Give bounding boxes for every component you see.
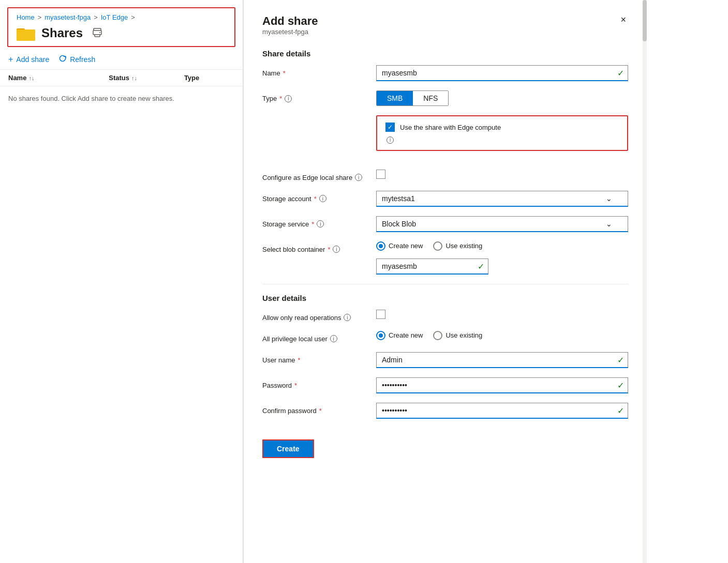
name-input-wrapper: ✓	[376, 65, 628, 81]
breadcrumb-sep2: >	[94, 13, 98, 21]
blob-container-input[interactable]	[376, 258, 488, 275]
username-control: ✓	[376, 352, 628, 368]
svg-point-6	[99, 32, 100, 33]
nfs-toggle[interactable]: NFS	[413, 91, 448, 105]
edge-compute-checkbox[interactable]: ✓	[385, 123, 395, 132]
use-existing-radio-label: Use existing	[445, 242, 482, 250]
storage-account-dropdown[interactable]: mytestsa1 ⌄	[376, 191, 628, 207]
type-info-icon[interactable]: i	[285, 95, 292, 102]
add-icon: +	[8, 55, 13, 64]
edge-compute-row: ✓ Use the share with Edge compute i	[262, 115, 628, 160]
refresh-icon	[58, 54, 67, 64]
breadcrumb-section[interactable]: IoT Edge	[101, 13, 128, 21]
col-name-label: Name	[8, 74, 26, 82]
refresh-button[interactable]: Refresh	[58, 54, 95, 64]
storage-service-required: *	[311, 220, 314, 228]
breadcrumb-sep3: >	[131, 13, 135, 21]
blob-container-input-wrapper: ✓	[376, 258, 488, 275]
storage-account-info-icon[interactable]: i	[319, 195, 326, 202]
type-toggle-group: SMB NFS	[376, 90, 449, 106]
username-input-wrapper: ✓	[376, 352, 628, 368]
local-user-create-new-label: Create new	[389, 331, 423, 339]
read-ops-row: Allow only read operations i	[262, 310, 628, 322]
confirm-password-label: Confirm password *	[262, 403, 376, 415]
password-input[interactable]	[376, 377, 628, 393]
local-user-use-existing-label: Use existing	[445, 331, 482, 339]
read-ops-info-icon[interactable]: i	[344, 314, 351, 321]
create-button[interactable]: Create	[262, 439, 314, 458]
storage-service-chevron: ⌄	[606, 220, 612, 228]
blob-container-check-icon: ✓	[478, 262, 484, 271]
name-field-row: Name * ✓	[262, 65, 628, 81]
confirm-password-check-icon: ✓	[617, 406, 624, 416]
name-check-icon: ✓	[617, 68, 624, 78]
username-check-icon: ✓	[617, 355, 624, 365]
blob-container-info-icon[interactable]: i	[333, 246, 340, 253]
local-user-info-icon[interactable]: i	[330, 335, 337, 342]
print-icon[interactable]	[92, 28, 102, 39]
edge-local-control	[376, 170, 628, 179]
breadcrumb-sep1: >	[38, 13, 42, 21]
username-input[interactable]	[376, 352, 628, 368]
use-existing-radio[interactable]: Use existing	[433, 241, 482, 251]
local-user-radio-group: Create new Use existing	[376, 331, 628, 340]
edge-compute-info-icon[interactable]: i	[387, 136, 394, 144]
edge-local-checkbox[interactable]	[376, 170, 385, 179]
drawer-title: Add share	[262, 14, 318, 28]
storage-service-value: Block Blob	[382, 220, 416, 228]
type-field-row: Type * i SMB NFS	[262, 90, 628, 106]
read-ops-label: Allow only read operations i	[262, 310, 376, 322]
name-sort-icon[interactable]: ↑↓	[28, 75, 34, 81]
name-control: ✓	[376, 65, 628, 81]
blob-container-row: Select blob container * i Create new	[262, 241, 628, 275]
local-user-create-new-radio-circle	[376, 331, 385, 340]
use-existing-radio-circle	[433, 241, 442, 251]
scrollbar-thumb[interactable]	[643, 0, 647, 41]
read-ops-checkbox[interactable]	[376, 310, 385, 319]
storage-service-dropdown[interactable]: Block Blob ⌄	[376, 216, 628, 232]
blob-container-radio-group: Create new Use existing	[376, 241, 482, 251]
edge-local-row: Configure as Edge local share i	[262, 170, 628, 181]
storage-service-info-icon[interactable]: i	[317, 220, 324, 227]
local-user-create-new-radio[interactable]: Create new	[376, 331, 423, 340]
password-control: ✓	[376, 377, 628, 393]
type-label: Type * i	[262, 90, 376, 102]
blob-container-required: *	[328, 246, 330, 253]
storage-account-value: mytestsa1	[382, 194, 415, 203]
add-share-button[interactable]: + Add share	[8, 55, 49, 64]
local-user-create-new-radio-inner	[379, 333, 383, 338]
password-check-icon: ✓	[617, 381, 624, 390]
table-header: Name ↑↓ Status ↑↓ Type	[0, 70, 243, 86]
password-label: Password *	[262, 377, 376, 389]
edge-compute-control: ✓ Use the share with Edge compute i	[376, 115, 628, 160]
blob-container-radio-control: Create new Use existing	[376, 241, 482, 251]
edge-local-info-icon[interactable]: i	[355, 174, 362, 181]
smb-toggle[interactable]: SMB	[377, 91, 413, 105]
status-sort-icon[interactable]: ↑↓	[131, 75, 137, 81]
storage-service-control: Block Blob ⌄	[376, 216, 628, 232]
name-input[interactable]	[376, 65, 628, 81]
breadcrumb-home[interactable]: Home	[17, 13, 35, 21]
confirm-password-required: *	[319, 407, 322, 415]
username-required: *	[298, 356, 301, 364]
confirm-password-input[interactable]	[376, 403, 628, 419]
col-status-label: Status	[109, 74, 129, 82]
name-label: Name *	[262, 65, 376, 77]
storage-service-row: Storage service * i Block Blob ⌄	[262, 216, 628, 232]
create-btn-area: Create	[262, 433, 628, 458]
close-button[interactable]: ×	[618, 14, 628, 25]
blob-container-input-control: ✓	[376, 258, 488, 275]
edge-compute-label: Use the share with Edge compute	[400, 124, 501, 131]
page-title: Shares	[41, 26, 83, 40]
confirm-password-control: ✓	[376, 403, 628, 419]
confirm-password-row: Confirm password * ✓	[262, 403, 628, 419]
breadcrumb-device[interactable]: myasetest-fpga	[44, 13, 91, 21]
scrollbar-track	[643, 0, 647, 563]
create-new-radio[interactable]: Create new	[376, 241, 423, 251]
edge-compute-section: ✓ Use the share with Edge compute i	[376, 115, 628, 151]
page-heading: Shares	[17, 25, 226, 41]
local-user-use-existing-radio[interactable]: Use existing	[433, 331, 482, 340]
breadcrumb: Home > myasetest-fpga > IoT Edge >	[17, 13, 226, 21]
storage-account-required: *	[314, 195, 317, 203]
create-new-radio-circle	[376, 241, 385, 251]
